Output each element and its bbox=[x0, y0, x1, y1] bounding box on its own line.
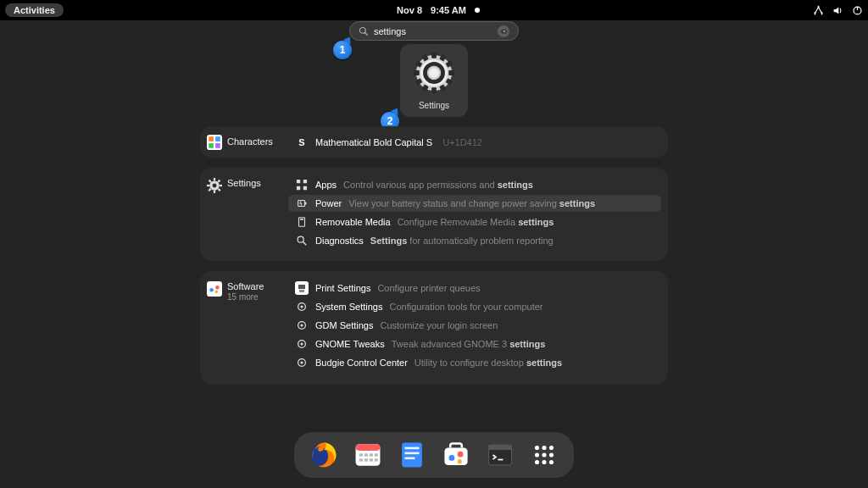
svg-rect-29 bbox=[303, 180, 307, 183]
svg-point-19 bbox=[213, 184, 217, 188]
dock-software[interactable] bbox=[442, 441, 470, 469]
characters-app-icon bbox=[207, 135, 222, 150]
system-settings-icon bbox=[295, 300, 309, 313]
section-header-software: Software 15 more bbox=[207, 280, 288, 376]
svg-rect-58 bbox=[370, 453, 373, 456]
section-title: Characters bbox=[227, 136, 273, 147]
activities-button[interactable]: Activities bbox=[5, 3, 64, 17]
app-result-settings[interactable]: Settings bbox=[400, 44, 468, 117]
svg-point-5 bbox=[360, 27, 366, 33]
svg-rect-56 bbox=[359, 453, 363, 456]
svg-rect-35 bbox=[300, 219, 303, 220]
apps-icon bbox=[295, 178, 309, 191]
svg-rect-14 bbox=[209, 136, 214, 141]
svg-rect-28 bbox=[297, 180, 300, 183]
row-desc: Control various app permissions and sett… bbox=[343, 180, 533, 190]
backspace-icon bbox=[500, 28, 507, 35]
row-name: GNOME Tweaks bbox=[315, 339, 385, 349]
row-name: Removable Media bbox=[315, 217, 391, 227]
search-icon bbox=[359, 26, 369, 36]
settings-row-apps[interactable]: Apps Control various app permissions and… bbox=[288, 176, 661, 193]
row-name: GDM Settings bbox=[315, 320, 373, 330]
svg-rect-61 bbox=[364, 458, 368, 461]
svg-rect-21 bbox=[214, 191, 215, 193]
software-row-system-settings[interactable]: System Settings Configuration tools for … bbox=[288, 298, 661, 315]
svg-rect-38 bbox=[207, 281, 222, 297]
svg-rect-44 bbox=[299, 290, 304, 292]
clear-search-button[interactable] bbox=[498, 25, 509, 37]
network-icon bbox=[813, 5, 824, 16]
dock-terminal[interactable] bbox=[486, 441, 515, 469]
gnome-tweaks-icon bbox=[295, 337, 309, 351]
svg-rect-64 bbox=[402, 443, 422, 468]
software-row-print-settings[interactable]: Print Settings Configure printer queues bbox=[288, 280, 661, 297]
budgie-control-center-icon bbox=[295, 356, 309, 369]
character-result-row[interactable]: S Mathematical Bold Capital S U+1D412 bbox=[288, 134, 661, 151]
notification-dot-icon bbox=[475, 8, 480, 13]
app-result-label: Settings bbox=[403, 101, 465, 110]
row-desc: View your battery status and change powe… bbox=[348, 198, 595, 208]
svg-point-82 bbox=[542, 460, 546, 464]
section-header-settings: Settings bbox=[207, 176, 288, 252]
svg-point-81 bbox=[535, 460, 539, 464]
section-subtitle: 15 more bbox=[227, 292, 264, 302]
software-row-budgie-control-center[interactable]: Budgie Control Center Utility to configu… bbox=[288, 354, 661, 371]
character-name: Mathematical Bold Capital S bbox=[315, 137, 432, 147]
dock-todo[interactable] bbox=[398, 441, 426, 469]
svg-rect-16 bbox=[209, 143, 214, 148]
software-row-gnome-tweaks[interactable]: GNOME Tweaks Tweak advanced GNOME 3 sett… bbox=[288, 336, 661, 352]
svg-point-71 bbox=[458, 459, 462, 463]
search-field[interactable] bbox=[349, 21, 519, 41]
section-characters: Characters S Mathematical Bold Capital S… bbox=[200, 126, 668, 158]
svg-rect-67 bbox=[405, 458, 415, 460]
settings-app-icon bbox=[207, 178, 222, 193]
settings-row-diagnostics[interactable]: Diagnostics Settings for automatically p… bbox=[288, 232, 661, 249]
settings-row-power[interactable]: Power View your battery status and chang… bbox=[288, 195, 661, 212]
row-desc: Settings for automatically problem repor… bbox=[370, 236, 554, 246]
gear-icon bbox=[414, 53, 454, 93]
svg-rect-30 bbox=[297, 186, 300, 190]
dock-app-grid[interactable] bbox=[530, 441, 559, 469]
row-desc: Customize your login screen bbox=[380, 320, 498, 330]
power-icon bbox=[295, 197, 309, 210]
row-name: Power bbox=[315, 198, 342, 208]
system-status-area[interactable] bbox=[813, 5, 863, 16]
svg-rect-31 bbox=[303, 186, 307, 190]
settings-row-removable-media[interactable]: Removable Media Configure Removable Medi… bbox=[288, 214, 661, 230]
svg-rect-68 bbox=[444, 448, 467, 465]
print-settings-icon bbox=[295, 281, 309, 295]
software-row-gdm-settings[interactable]: GDM Settings Customize your login screen bbox=[288, 317, 661, 334]
row-desc: Configuration tools for your computer bbox=[389, 302, 542, 312]
dock-calendar[interactable] bbox=[353, 441, 382, 469]
date-label: Nov 8 bbox=[397, 5, 422, 15]
removable-media-icon bbox=[295, 215, 309, 229]
software-app-icon bbox=[207, 281, 222, 297]
svg-rect-15 bbox=[215, 136, 220, 141]
row-desc: Tweak advanced GNOME 3 settings bbox=[392, 339, 546, 349]
svg-point-52 bbox=[300, 361, 303, 363]
section-settings: Settings Apps Control various app permis… bbox=[200, 168, 668, 261]
svg-rect-22 bbox=[207, 185, 209, 186]
clock[interactable]: Nov 8 9:45 AM bbox=[397, 5, 480, 15]
svg-point-75 bbox=[535, 446, 539, 450]
diagnostics-icon bbox=[295, 234, 309, 247]
row-name: Apps bbox=[315, 180, 337, 190]
dock bbox=[294, 432, 574, 478]
row-desc: Configure printer queues bbox=[377, 283, 480, 293]
svg-rect-63 bbox=[375, 458, 378, 461]
row-name: Budgie Control Center bbox=[315, 358, 408, 368]
svg-point-79 bbox=[542, 452, 546, 457]
svg-line-37 bbox=[303, 241, 306, 245]
section-header-characters: Characters bbox=[207, 135, 288, 150]
svg-point-78 bbox=[535, 452, 539, 457]
svg-point-39 bbox=[209, 288, 214, 292]
svg-rect-62 bbox=[370, 458, 373, 461]
svg-rect-20 bbox=[214, 178, 215, 180]
row-name: Diagnostics bbox=[315, 236, 364, 246]
row-name: System Settings bbox=[315, 302, 382, 312]
dock-firefox[interactable] bbox=[309, 441, 338, 469]
search-input[interactable] bbox=[374, 26, 492, 36]
gdm-settings-icon bbox=[295, 319, 309, 332]
svg-point-12 bbox=[429, 68, 439, 78]
section-title: Software bbox=[227, 281, 264, 292]
